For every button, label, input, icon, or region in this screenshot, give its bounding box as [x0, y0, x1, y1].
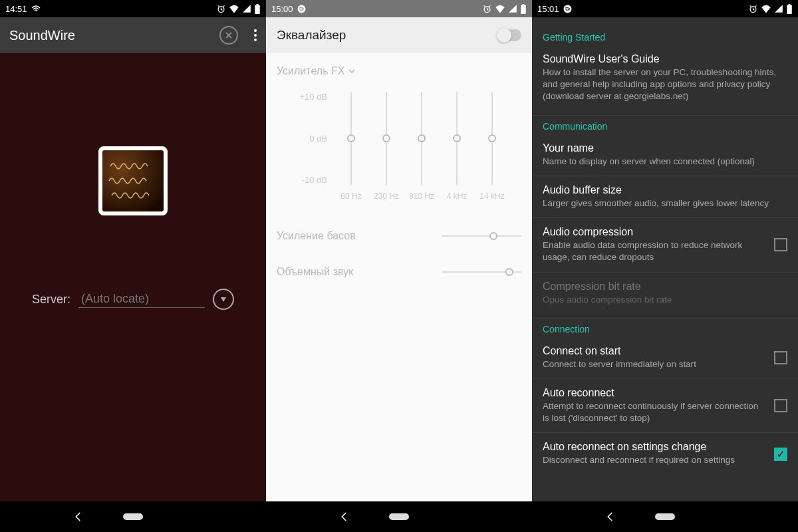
section-getting-started: Getting Started	[532, 27, 798, 45]
svg-point-3	[254, 29, 257, 32]
section-communication: Communication	[532, 116, 798, 134]
eq-band-slider[interactable]: 910 Hz	[406, 92, 438, 201]
signal-icon	[508, 4, 517, 13]
eq-band-freq: 14 kHz	[479, 192, 504, 201]
svg-rect-15	[789, 4, 791, 5]
checkbox[interactable]	[774, 351, 787, 364]
setting-subtitle: Disconnect and reconnect if required on …	[543, 454, 761, 466]
overflow-menu-icon[interactable]	[254, 29, 257, 41]
setting-user-guide[interactable]: SoundWire User's Guide How to install th…	[532, 45, 798, 111]
eq-label-top: +10 dB	[277, 92, 327, 102]
equalizer-toggle[interactable]	[497, 29, 521, 41]
battery-icon	[254, 4, 261, 14]
alarm-icon	[216, 4, 226, 14]
app-title: SoundWire	[9, 28, 213, 43]
svg-rect-11	[389, 513, 409, 520]
setting-subtitle: Attempt to reconnect continuously if ser…	[543, 400, 761, 424]
eq-band-slider[interactable]: 60 Hz	[335, 92, 367, 201]
eq-band-freq: 60 Hz	[340, 192, 361, 201]
setting-title: Auto reconnect	[543, 387, 761, 399]
setting-title: Auto reconnect on settings change	[543, 441, 761, 453]
fx-preset-label: Усилитель FX	[277, 65, 344, 77]
nav-home-icon[interactable]	[655, 513, 675, 520]
status-bar: 14:51	[0, 0, 266, 17]
bass-boost-slider[interactable]	[442, 235, 521, 237]
eq-label-mid: 0 dB	[277, 134, 327, 144]
svg-rect-9	[521, 5, 526, 14]
setting-subtitle: Connect to server immediately on start	[543, 358, 761, 370]
status-bar: 15:00	[266, 0, 532, 17]
wifi-icon	[495, 4, 505, 13]
status-bar: 15:01	[532, 0, 798, 17]
nav-back-icon[interactable]	[72, 511, 84, 523]
setting-title: Your name	[543, 142, 787, 154]
setting-subtitle: How to install the server on your PC, tr…	[543, 66, 787, 103]
server-input[interactable]	[78, 291, 205, 308]
eq-band-freq: 230 Hz	[374, 192, 399, 201]
checkbox[interactable]	[774, 238, 787, 251]
setting-title: Connect on start	[543, 345, 761, 357]
spotify-icon	[297, 5, 306, 13]
eq-band-slider[interactable]: 14 kHz	[476, 92, 508, 201]
status-time: 14:51	[5, 4, 27, 14]
svg-point-5	[254, 39, 257, 41]
nav-home-icon[interactable]	[389, 513, 409, 520]
screen-title: Эквалайзер	[277, 28, 346, 43]
checkbox[interactable]	[774, 448, 787, 461]
nav-home-icon[interactable]	[123, 513, 143, 520]
battery-icon	[520, 4, 527, 14]
status-time: 15:01	[537, 4, 559, 14]
surround-slider[interactable]	[442, 271, 521, 273]
disconnect-button[interactable]	[219, 26, 238, 45]
setting-auto-reconnect[interactable]: Auto reconnect Attempt to reconnect cont…	[532, 378, 798, 432]
nav-bar	[0, 501, 266, 532]
wifi-icon	[761, 4, 771, 13]
status-time: 15:00	[271, 4, 293, 14]
app-logo	[98, 146, 168, 215]
setting-title: Compression bit rate	[543, 281, 787, 293]
svg-rect-10	[523, 4, 525, 5]
setting-connect-on-start[interactable]: Connect on start Connect to server immed…	[532, 337, 798, 378]
chevron-down-icon	[348, 69, 355, 73]
setting-your-name[interactable]: Your name Name to display on server when…	[532, 134, 798, 176]
svg-rect-2	[257, 4, 259, 5]
signal-icon	[242, 4, 251, 13]
setting-auto-reconnect-settings[interactable]: Auto reconnect on settings change Discon…	[532, 432, 798, 474]
connect-button[interactable]	[213, 289, 234, 310]
bass-boost-label: Усиление басов	[277, 230, 356, 242]
app-bar: Эквалайзер	[266, 17, 532, 53]
alarm-icon	[748, 4, 758, 14]
setting-audio-buffer[interactable]: Audio buffer size Larger gives smoother …	[532, 176, 798, 217]
spotify-icon	[563, 5, 572, 13]
svg-rect-16	[655, 513, 675, 520]
eq-label-bot: -10 dB	[277, 175, 327, 185]
setting-compression-bitrate: Compression bit rate Opus audio compress…	[532, 272, 798, 314]
svg-rect-1	[255, 5, 260, 14]
nav-bar	[266, 501, 532, 532]
setting-subtitle: Name to display on server when connected…	[543, 156, 787, 168]
eq-band-freq: 910 Hz	[409, 192, 434, 201]
setting-subtitle: Larger gives smoother audio, smaller giv…	[543, 198, 787, 209]
signal-icon	[774, 4, 783, 13]
eq-band-slider[interactable]: 4 kHz	[441, 92, 473, 201]
svg-point-4	[254, 34, 257, 37]
battery-icon	[786, 4, 793, 14]
fx-preset-dropdown[interactable]: Усилитель FX	[277, 65, 521, 77]
svg-rect-6	[123, 513, 143, 520]
setting-title: Audio buffer size	[543, 184, 787, 196]
svg-rect-14	[787, 5, 792, 14]
surround-label: Объемный звук	[277, 266, 353, 278]
setting-audio-compression[interactable]: Audio compression Enable audio data comp…	[532, 217, 798, 271]
checkbox[interactable]	[774, 399, 787, 412]
setting-title: SoundWire User's Guide	[543, 53, 787, 65]
setting-title: Audio compression	[543, 226, 761, 238]
nav-bar	[532, 501, 798, 532]
server-label: Server:	[32, 293, 70, 307]
alarm-icon	[482, 4, 492, 14]
nav-back-icon[interactable]	[338, 511, 350, 523]
eq-band-freq: 4 kHz	[447, 192, 467, 201]
setting-subtitle: Enable audio data compression to reduce …	[543, 239, 761, 263]
nav-back-icon[interactable]	[604, 511, 616, 523]
setting-subtitle: Opus audio compression bit rate	[543, 294, 787, 306]
eq-band-slider[interactable]: 230 Hz	[370, 92, 402, 201]
